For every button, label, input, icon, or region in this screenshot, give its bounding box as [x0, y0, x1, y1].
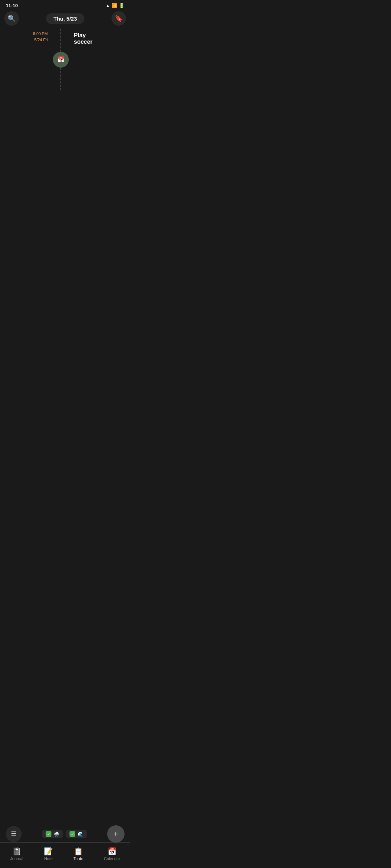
- signal-icon: 📶: [112, 3, 117, 8]
- play-soccer-time: 8:00 PM 5/24 Fri: [33, 29, 51, 43]
- calendar-icon: 📅: [57, 56, 64, 63]
- play-soccer-text: Play soccer: [71, 29, 96, 49]
- battery-icon: 🔋: [119, 3, 125, 8]
- date-label: Thu, 5/23: [53, 16, 77, 22]
- play-soccer-icon: 📅: [53, 52, 69, 68]
- status-bar: 11:10 ▲ 📶 🔋: [0, 0, 130, 10]
- bookmark-icon: 🔖: [115, 14, 123, 22]
- grocery-left: [96, 29, 130, 36]
- play-soccer-center: 📅: [51, 29, 71, 90]
- search-icon: 🔍: [8, 14, 16, 22]
- search-button[interactable]: 🔍: [4, 11, 19, 26]
- date-pill[interactable]: Thu, 5/23: [46, 13, 84, 24]
- bookmark-button[interactable]: 🔖: [112, 11, 126, 26]
- timeline: 8:00 PM 5/24 Fri 📅 Play soccer 📅: [0, 29, 130, 141]
- wifi-icon: ▲: [105, 3, 110, 8]
- play-soccer-right: Play soccer: [71, 29, 96, 90]
- status-icons: ▲ 📶 🔋: [105, 3, 125, 8]
- status-time: 11:10: [6, 3, 18, 8]
- play-soccer-row[interactable]: 8:00 PM 5/24 Fri 📅 Play soccer: [0, 29, 96, 90]
- line-bottom: [60, 68, 61, 91]
- header: 🔍 Thu, 5/23 🔖: [0, 10, 130, 29]
- line-top: [60, 29, 61, 52]
- play-soccer-left: 8:00 PM 5/24 Fri: [0, 29, 51, 90]
- grocery-row[interactable]: 📅 5:35 PM 5/24 Fri 🔖: [96, 29, 130, 90]
